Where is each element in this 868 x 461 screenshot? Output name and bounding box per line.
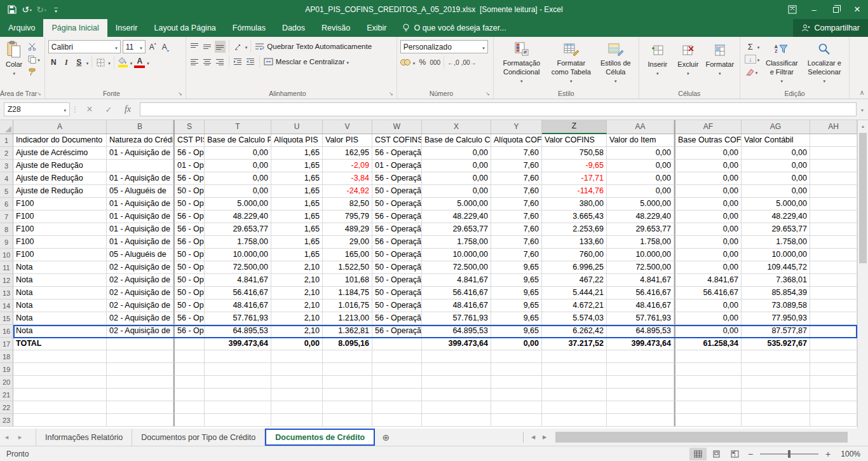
fill-color-button[interactable] (118, 57, 128, 69)
cell-X7[interactable]: 48.229,40 (422, 210, 491, 223)
cell-W2[interactable]: 56 - Operação (372, 147, 422, 160)
cut-button[interactable] (27, 41, 41, 52)
row-header-5[interactable]: 5 (0, 185, 13, 198)
align-left-button[interactable] (189, 56, 200, 68)
cell-B23[interactable] (107, 414, 173, 427)
cell-Y4[interactable]: 7,60 (491, 172, 542, 185)
cell-A13[interactable]: Nota (13, 287, 107, 299)
cell-V6[interactable]: 82,50 (323, 198, 372, 210)
cell-AA10[interactable]: 10.000,00 (607, 249, 674, 261)
cell-B2[interactable]: 01 - Aquisição de (107, 147, 173, 160)
cell-T2[interactable]: 0,00 (205, 147, 271, 160)
cell-AH15[interactable] (810, 312, 857, 325)
percent-style-button[interactable]: % (417, 57, 428, 69)
cell-Y9[interactable]: 7,60 (491, 236, 542, 249)
save-button[interactable] (5, 2, 19, 17)
cell-A6[interactable]: F100 (13, 198, 107, 210)
cell-AG22[interactable] (742, 401, 810, 414)
cell-Z8[interactable]: 2.253,69 (542, 223, 607, 236)
cell-T17[interactable]: 399.473,64 (205, 338, 271, 350)
cell-U6[interactable]: 1,65 (271, 198, 323, 210)
cell-AG5[interactable]: 0,00 (742, 185, 810, 198)
cell-AG11[interactable]: 109.445,72 (742, 261, 810, 274)
cell-B14[interactable]: 02 - Aquisição de (107, 299, 173, 312)
row-header-20[interactable]: 20 (0, 376, 13, 389)
cell-U18[interactable] (271, 350, 323, 363)
cell-AH16[interactable] (810, 325, 857, 338)
cell-T7[interactable]: 48.229,40 (205, 210, 271, 223)
cell-AA21[interactable] (607, 389, 674, 401)
cell-X17[interactable]: 399.473,64 (422, 338, 491, 350)
column-header-B[interactable]: B (107, 120, 173, 134)
cell-W13[interactable]: 50 - Operação (372, 287, 422, 299)
cell-V19[interactable] (323, 363, 372, 376)
conditional-formatting-button[interactable]: Formatação Condicional (497, 39, 546, 86)
row-header-15[interactable]: 15 (0, 312, 13, 325)
increase-indent-button[interactable] (245, 56, 256, 68)
cell-A23[interactable] (13, 414, 107, 427)
cell-A8[interactable]: F100 (13, 223, 107, 236)
ribbon-tab-inserir[interactable]: Inserir (107, 19, 146, 37)
font-dialog-launcher[interactable] (177, 90, 184, 97)
vertical-scrollbar[interactable] (857, 120, 868, 429)
cell-AH22[interactable] (810, 401, 857, 414)
cell-W21[interactable] (372, 389, 422, 401)
cell-AH1[interactable] (810, 134, 857, 147)
cell-T23[interactable] (205, 414, 271, 427)
close-button[interactable] (846, 0, 868, 19)
cell-U4[interactable]: 1,65 (271, 172, 323, 185)
select-all-corner[interactable] (0, 120, 13, 134)
name-box[interactable]: Z28 (4, 102, 70, 116)
clipboard-dialog-launcher[interactable] (36, 90, 43, 97)
expand-formula-bar-button[interactable] (857, 105, 868, 114)
row-header-1[interactable]: 1 (0, 134, 13, 147)
cell-B16[interactable]: 02 - Aquisição de (107, 325, 173, 338)
cell-U1[interactable]: Alíquota PIS (271, 134, 323, 147)
cell-A2[interactable]: Ajuste de Acréscimo (13, 147, 107, 160)
cell-A20[interactable] (13, 376, 107, 389)
cell-U3[interactable]: 1,65 (271, 160, 323, 172)
decrease-font-button[interactable]: A (160, 41, 171, 53)
cell-A9[interactable]: F100 (13, 236, 107, 249)
cell-T1[interactable]: Base de Calculo PIS (205, 134, 271, 147)
cell-S23[interactable] (173, 414, 205, 427)
cell-W14[interactable]: 50 - Operação (372, 299, 422, 312)
cell-AG17[interactable]: 535.927,67 (742, 338, 810, 350)
cell-S10[interactable]: 50 - Operação (173, 249, 205, 261)
autosum-button[interactable]: Σ (743, 41, 761, 52)
cell-A5[interactable]: Ajuste de Redução (13, 185, 107, 198)
ribbon-tab-revisao[interactable]: Revisão (313, 19, 358, 37)
cell-AG8[interactable]: 29.653,77 (742, 223, 810, 236)
cell-AG20[interactable] (742, 376, 810, 389)
cell-X5[interactable]: 0,00 (422, 185, 491, 198)
cell-Z21[interactable] (542, 389, 607, 401)
cell-T9[interactable]: 1.758,00 (205, 236, 271, 249)
cell-A21[interactable] (13, 389, 107, 401)
cell-Y16[interactable]: 9,65 (491, 325, 542, 338)
cell-Y11[interactable]: 9,65 (491, 261, 542, 274)
orientation-caret[interactable] (245, 42, 248, 51)
cell-Y8[interactable]: 7,60 (491, 223, 542, 236)
cell-AH13[interactable] (810, 287, 857, 299)
cell-S13[interactable]: 50 - Operação (173, 287, 205, 299)
cell-Y21[interactable] (491, 389, 542, 401)
ribbon-tab-formulas[interactable]: Fórmulas (224, 19, 274, 37)
cell-W11[interactable]: 50 - Operação (372, 261, 422, 274)
cell-W7[interactable]: 56 - Operação (372, 210, 422, 223)
cell-AA7[interactable]: 48.229,40 (607, 210, 674, 223)
ribbon-tab-arquivo[interactable]: Arquivo (0, 19, 43, 37)
cell-X20[interactable] (422, 376, 491, 389)
zoom-slider-handle[interactable] (788, 450, 790, 458)
customize-qat-button[interactable] (49, 2, 63, 17)
cell-X23[interactable] (422, 414, 491, 427)
cell-A3[interactable]: Ajuste de Redução (13, 160, 107, 172)
cell-T18[interactable] (205, 350, 271, 363)
cell-Y17[interactable]: 0,00 (491, 338, 542, 350)
underline-button[interactable]: S (74, 57, 85, 69)
cell-W16[interactable]: 56 - Operação (372, 325, 422, 338)
cell-AF6[interactable]: 0,00 (674, 198, 742, 210)
sort-filter-button[interactable]: AZ Classificar e Filtrar (761, 39, 803, 86)
cell-V3[interactable]: -2,09 (323, 160, 372, 172)
cell-V23[interactable] (323, 414, 372, 427)
cell-AF17[interactable]: 61.258,34 (674, 338, 742, 350)
